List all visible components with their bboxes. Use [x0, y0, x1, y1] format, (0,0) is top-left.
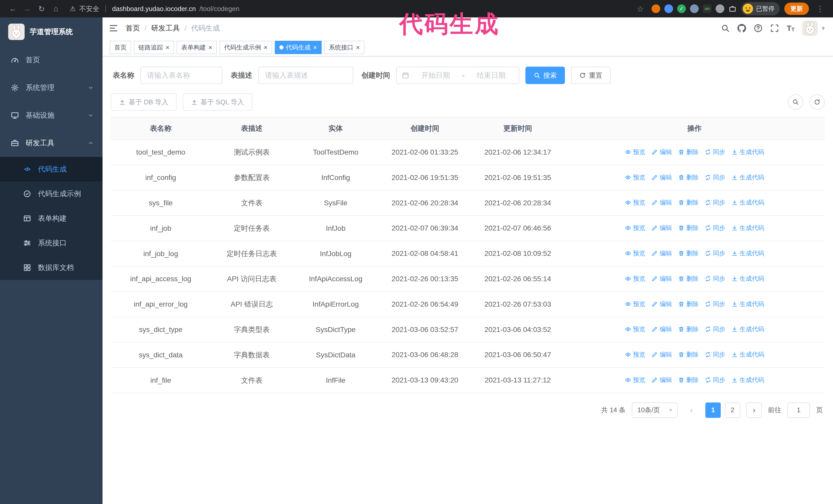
close-icon[interactable]: ×: [208, 44, 212, 51]
help-icon[interactable]: [754, 24, 763, 32]
sync-link[interactable]: 同步: [705, 300, 725, 308]
sidebar-subitem-form-builder[interactable]: 表单构建: [0, 206, 102, 231]
chrome-menu-icon[interactable]: ⋮: [813, 2, 827, 16]
close-icon[interactable]: ×: [313, 44, 317, 51]
tag-home[interactable]: 首页: [110, 41, 131, 54]
sidebar-item-devtools[interactable]: 研发工具: [0, 129, 102, 157]
extension-icon-people[interactable]: [690, 4, 699, 13]
generate-code-link[interactable]: 生成代码: [732, 325, 764, 333]
sync-link[interactable]: 同步: [705, 198, 725, 207]
search-icon[interactable]: [721, 24, 730, 32]
import-sql-button[interactable]: 基于 SQL 导入: [183, 93, 253, 111]
sidebar-item-system[interactable]: 系统管理: [0, 74, 102, 101]
generate-code-link[interactable]: 生成代码: [732, 249, 764, 257]
tag-tracing[interactable]: 链路追踪×: [134, 41, 174, 54]
page-size-select[interactable]: 10条/页 ▾: [632, 403, 678, 418]
generate-code-link[interactable]: 生成代码: [732, 224, 764, 232]
chrome-update-button[interactable]: 更新: [784, 3, 809, 15]
edit-link[interactable]: 编辑: [651, 198, 672, 207]
next-page-button[interactable]: ›: [746, 403, 762, 418]
preview-link[interactable]: 预览: [625, 274, 645, 283]
caret-down-icon[interactable]: ▾: [822, 25, 825, 32]
edit-link[interactable]: 编辑: [651, 274, 672, 283]
preview-link[interactable]: 预览: [625, 351, 645, 359]
tag-form-builder[interactable]: 表单构建×: [176, 41, 217, 54]
breadcrumb-item[interactable]: 首页: [125, 23, 140, 33]
sync-link[interactable]: 同步: [705, 224, 725, 232]
sidebar-subitem-codegen-example[interactable]: 代码生成示例: [0, 182, 102, 206]
sync-link[interactable]: 同步: [705, 325, 725, 333]
close-icon[interactable]: ×: [263, 44, 267, 51]
generate-code-link[interactable]: 生成代码: [732, 300, 764, 308]
generate-code-link[interactable]: 生成代码: [732, 376, 764, 384]
edit-link[interactable]: 编辑: [651, 351, 672, 359]
edit-link[interactable]: 编辑: [651, 173, 672, 182]
sync-link[interactable]: 同步: [705, 376, 725, 384]
edit-link[interactable]: 编辑: [651, 148, 672, 156]
preview-link[interactable]: 预览: [625, 224, 645, 232]
prev-page-button[interactable]: ‹: [684, 403, 699, 418]
delete-link[interactable]: 删除: [678, 376, 699, 384]
generate-code-link[interactable]: 生成代码: [732, 148, 764, 156]
preview-link[interactable]: 预览: [625, 376, 645, 384]
table-name-input[interactable]: [140, 67, 222, 84]
home-icon[interactable]: ⌂: [49, 2, 63, 16]
preview-link[interactable]: 预览: [625, 249, 645, 257]
toggle-search-button[interactable]: [788, 94, 803, 110]
sync-link[interactable]: 同步: [705, 274, 725, 283]
import-db-button[interactable]: 基于 DB 导入: [111, 93, 176, 111]
delete-link[interactable]: 删除: [678, 249, 699, 257]
sidebar-item-infra[interactable]: 基础设施: [0, 101, 102, 129]
generate-code-link[interactable]: 生成代码: [732, 274, 764, 283]
close-icon[interactable]: ×: [356, 44, 360, 51]
preview-link[interactable]: 预览: [625, 325, 645, 333]
generate-code-link[interactable]: 生成代码: [732, 351, 764, 359]
delete-link[interactable]: 删除: [678, 173, 699, 182]
preview-link[interactable]: 预览: [625, 198, 645, 207]
preview-link[interactable]: 预览: [625, 173, 645, 182]
breadcrumb-item[interactable]: 研发工具: [151, 23, 180, 33]
generate-code-link[interactable]: 生成代码: [732, 198, 764, 207]
page-button-2[interactable]: 2: [725, 403, 740, 418]
table-desc-input[interactable]: [258, 67, 353, 84]
delete-link[interactable]: 删除: [678, 224, 699, 232]
extension-icon-gray[interactable]: [716, 4, 724, 13]
delete-link[interactable]: 删除: [678, 274, 699, 283]
sync-link[interactable]: 同步: [705, 351, 725, 359]
delete-link[interactable]: 删除: [678, 325, 699, 333]
page-button-1[interactable]: 1: [705, 403, 721, 418]
tag-system-api[interactable]: 系统接口×: [324, 41, 364, 54]
reload-icon[interactable]: ↻: [35, 2, 48, 16]
back-icon[interactable]: ←: [6, 2, 20, 16]
refresh-table-button[interactable]: [809, 94, 825, 110]
edit-link[interactable]: 编辑: [651, 325, 672, 333]
edit-link[interactable]: 编辑: [651, 300, 672, 308]
app-logo[interactable]: 芋道管理系统: [0, 18, 102, 46]
edit-link[interactable]: 编辑: [651, 376, 672, 384]
address-bar[interactable]: ⚠ 不安全 dashboard.yudao.iocoder.cn/tool/co…: [70, 4, 633, 13]
tag-codegen[interactable]: 代码生成×: [275, 41, 322, 54]
search-button[interactable]: 搜索: [525, 67, 565, 84]
sync-link[interactable]: 同步: [705, 148, 725, 156]
extension-icon-orange[interactable]: [651, 4, 660, 13]
sidebar-subitem-db-doc[interactable]: 数据库文档: [0, 255, 102, 280]
sidebar-subitem-system-api[interactable]: 系统接口: [0, 231, 102, 255]
bookmark-star-icon[interactable]: ☆: [634, 2, 647, 16]
hamburger-icon[interactable]: [109, 23, 118, 33]
delete-link[interactable]: 删除: [678, 300, 699, 308]
preview-link[interactable]: 预览: [625, 300, 645, 308]
sidebar-subitem-codegen[interactable]: </>代码生成: [0, 157, 102, 182]
sidebar-item-home[interactable]: 首页: [0, 46, 102, 74]
sync-link[interactable]: 同步: [705, 249, 725, 257]
forward-icon[interactable]: →: [21, 2, 34, 16]
delete-link[interactable]: 删除: [678, 351, 699, 359]
reset-button[interactable]: 重置: [571, 67, 611, 84]
delete-link[interactable]: 删除: [678, 148, 699, 156]
extension-icon-blue[interactable]: [664, 4, 673, 13]
create-time-range-picker[interactable]: 开始日期 - 结束日期: [396, 67, 519, 84]
extension-icon-green-check[interactable]: ✓: [677, 4, 686, 13]
edit-link[interactable]: 编辑: [651, 249, 672, 257]
goto-page-input[interactable]: [787, 403, 810, 418]
user-avatar[interactable]: [802, 21, 818, 36]
github-icon[interactable]: [737, 24, 746, 32]
